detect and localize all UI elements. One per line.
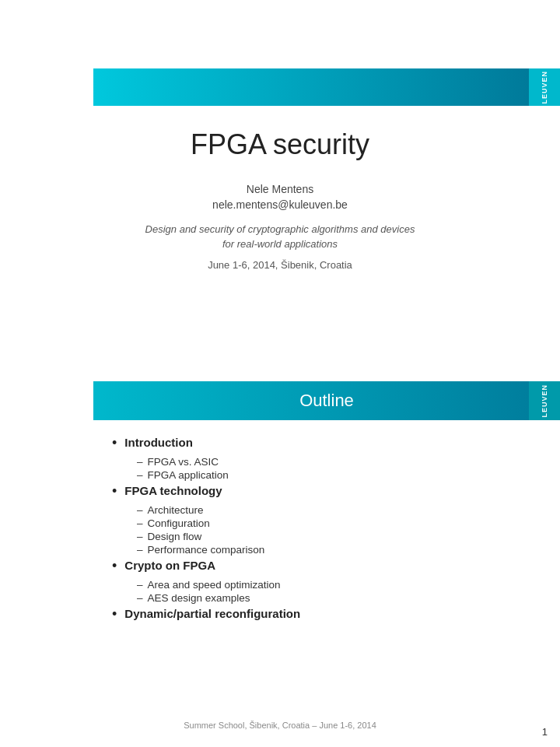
sub-items-1: – FPGA vs. ASIC – FPGA application [137, 456, 544, 481]
leuven-badge-top: LEUVEN [529, 68, 560, 106]
description-line1: Design and security of cryptographic alg… [0, 223, 560, 235]
bullet-label-3: Crypto on FPGA [124, 559, 215, 572]
author-name: Nele Mentens [0, 183, 560, 195]
list-item: – Architecture [137, 504, 544, 516]
bullet-item-dynamic: • Dynamic/partial reconfiguration [112, 607, 544, 622]
title-section: FPGA security Nele Mentens nele.mentens@… [0, 128, 560, 271]
footer: Summer School, Šibenik, Croatia – June 1… [0, 717, 560, 731]
sub-label-1-2: FPGA application [148, 469, 229, 481]
sub-label-2-3: Design flow [148, 531, 202, 542]
date-location: June 1-6, 2014, Šibenik, Croatia [0, 259, 560, 271]
sub-label-2-4: Performance comparison [148, 544, 265, 556]
list-item: – Area and speed optimization [137, 579, 544, 591]
bullet-item-fpga-technology: • FPGA technology – Architecture – Confi… [112, 484, 544, 556]
description-line2: for real-world applications [0, 238, 560, 250]
bullet-dot-2: • [112, 483, 117, 500]
list-item: – Performance comparison [137, 544, 544, 556]
sub-items-3: – Area and speed optimization – AES desi… [137, 579, 544, 604]
sub-label-2-2: Configuration [148, 517, 210, 529]
top-banner: LEUVEN [93, 68, 560, 106]
sub-label-1-1: FPGA vs. ASIC [148, 456, 219, 468]
author-email: nele.mentens@kuleuven.be [0, 198, 560, 211]
list-item: – FPGA vs. ASIC [137, 456, 544, 468]
list-item: – FPGA application [137, 469, 544, 481]
bullet-dot-3: • [112, 558, 117, 574]
main-title: FPGA security [0, 128, 560, 161]
outline-banner: Outline LEUVEN [93, 381, 560, 420]
leuven-label-top: LEUVEN [541, 71, 548, 104]
sub-label-2-1: Architecture [148, 504, 204, 516]
page-number: 1 [542, 726, 548, 738]
bullet-label-4: Dynamic/partial reconfiguration [124, 607, 300, 620]
leuven-label-outline: LEUVEN [541, 384, 548, 418]
banner-gradient [93, 68, 529, 106]
list-item: – Configuration [137, 517, 544, 529]
bullet-label-2: FPGA technology [124, 484, 222, 497]
footer-text: Summer School, Šibenik, Croatia – June 1… [184, 721, 376, 730]
leuven-badge-outline: LEUVEN [529, 381, 560, 420]
outline-content: • Introduction – FPGA vs. ASIC – FPGA ap… [93, 436, 560, 622]
bullet-dot-1: • [112, 435, 117, 451]
bullet-item-introduction: • Introduction – FPGA vs. ASIC – FPGA ap… [112, 436, 544, 481]
bullet-item-crypto: • Crypto on FPGA – Area and speed optimi… [112, 559, 544, 604]
sub-items-2: – Architecture – Configuration – Design … [137, 504, 544, 556]
outline-section: Outline LEUVEN • Introduction – FPGA vs.… [93, 381, 560, 700]
outline-title: Outline [93, 391, 529, 411]
sub-label-3-2: AES design examples [148, 592, 250, 604]
bullet-dot-4: • [112, 606, 117, 622]
bullet-label-1: Introduction [124, 436, 192, 449]
list-item: – AES design examples [137, 592, 544, 604]
list-item: – Design flow [137, 531, 544, 542]
sub-label-3-1: Area and speed optimization [148, 579, 281, 591]
